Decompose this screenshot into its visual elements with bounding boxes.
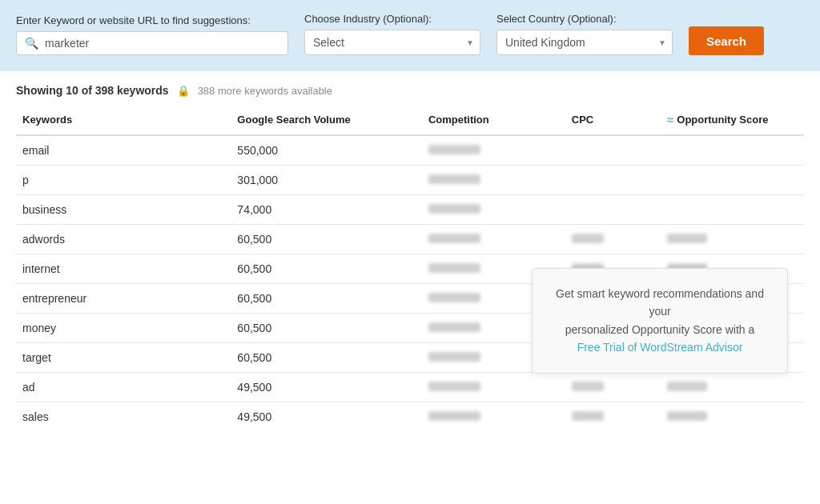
country-field-group: Select Country (Optional): United Kingdo…	[496, 13, 673, 55]
col-header-opportunity-label: Opportunity Score	[677, 114, 768, 126]
keyword-input[interactable]	[45, 37, 279, 50]
blurred-competition	[428, 234, 480, 243]
content-area: Showing 10 of 398 keywords 🔒 388 more ke…	[0, 71, 820, 444]
cell-volume: 49,500	[231, 402, 422, 432]
blurred-cpc	[572, 382, 604, 391]
blurred-competition	[428, 174, 480, 184]
blurred-opportunity	[667, 382, 707, 391]
col-header-opportunity: ≈ Opportunity Score	[661, 108, 804, 135]
cell-keyword: business	[16, 195, 231, 225]
cell-opportunity	[661, 373, 804, 402]
wave-icon: ≈	[667, 113, 673, 126]
table-row: email550,000	[16, 135, 804, 166]
cell-volume: 74,000	[231, 195, 422, 225]
table-row: p301,000	[16, 166, 804, 195]
cell-volume: 60,500	[231, 225, 422, 254]
col-header-cpc: CPC	[565, 108, 661, 135]
country-select[interactable]: United Kingdom	[496, 30, 673, 55]
blurred-competition	[428, 263, 480, 273]
country-label: Select Country (Optional):	[496, 13, 673, 25]
cell-competition	[422, 402, 565, 432]
table-row: business74,000	[16, 195, 804, 225]
tooltip-line2: personalized Opportunity Score with a	[565, 323, 755, 336]
cell-cpc	[565, 166, 661, 195]
col-header-volume: Google Search Volume	[231, 108, 422, 135]
blurred-opportunity	[667, 234, 707, 243]
search-button[interactable]: Search	[689, 26, 764, 55]
blurred-competition	[428, 145, 480, 154]
cell-opportunity	[661, 195, 804, 225]
industry-select[interactable]: Select	[304, 30, 480, 55]
keyword-input-wrapper: 🔍	[16, 31, 288, 55]
cell-competition	[422, 166, 565, 195]
cell-volume: 60,500	[231, 284, 422, 314]
cell-cpc	[565, 135, 661, 166]
header-bar: Enter Keyword or website URL to find sug…	[0, 0, 820, 71]
cell-opportunity	[661, 402, 804, 432]
table-row: adwords60,500	[16, 225, 804, 254]
table-row: sales49,500	[16, 402, 804, 432]
cell-volume: 60,500	[231, 254, 422, 284]
cell-competition	[422, 135, 565, 166]
industry-field-group: Choose Industry (Optional): Select	[304, 13, 480, 55]
cell-keyword: money	[16, 314, 231, 343]
tooltip-link[interactable]: Free Trial of WordStream Advisor	[577, 341, 743, 354]
blurred-opportunity	[667, 411, 707, 421]
cell-opportunity	[661, 166, 804, 195]
cell-opportunity	[661, 135, 804, 166]
cell-keyword: ad	[16, 373, 231, 402]
cell-cpc	[565, 373, 661, 402]
cell-keyword: sales	[16, 402, 231, 432]
country-select-wrapper: United Kingdom	[496, 30, 673, 55]
cell-keyword: internet	[16, 254, 231, 284]
blurred-competition	[428, 322, 480, 332]
cell-volume: 60,500	[231, 314, 422, 343]
cell-cpc	[565, 225, 661, 254]
blurred-competition	[428, 352, 480, 362]
cell-competition	[422, 373, 565, 402]
col-header-competition: Competition	[422, 108, 565, 135]
more-available-text: 388 more keywords available	[198, 85, 332, 97]
cell-keyword: p	[16, 166, 231, 195]
blurred-cpc	[572, 411, 604, 421]
industry-select-wrapper: Select	[304, 30, 480, 55]
cell-competition	[422, 195, 565, 225]
cell-keyword: target	[16, 343, 231, 373]
cell-volume: 60,500	[231, 343, 422, 373]
search-icon: 🔍	[25, 37, 38, 50]
results-summary: Showing 10 of 398 keywords 🔒 388 more ke…	[16, 84, 804, 97]
cell-cpc	[565, 195, 661, 225]
col-header-keywords: Keywords	[16, 108, 231, 135]
cell-volume: 550,000	[231, 135, 422, 166]
results-count: Showing 10 of 398 keywords	[16, 84, 169, 97]
keyword-field-group: Enter Keyword or website URL to find sug…	[16, 14, 288, 55]
blurred-competition	[428, 204, 480, 214]
cell-keyword: entrepreneur	[16, 284, 231, 314]
table-wrapper: Keywords Google Search Volume Competitio…	[16, 108, 804, 431]
blurred-cpc	[572, 234, 604, 243]
table-header-row: Keywords Google Search Volume Competitio…	[16, 108, 804, 135]
cell-volume: 301,000	[231, 166, 422, 195]
cell-keyword: adwords	[16, 225, 231, 254]
tooltip-line1: Get smart keyword recommendations and yo…	[556, 287, 764, 318]
keyword-label: Enter Keyword or website URL to find sug…	[16, 14, 288, 26]
blurred-competition	[428, 293, 480, 302]
tooltip-overlay: Get smart keyword recommendations and yo…	[532, 268, 788, 374]
blurred-competition	[428, 411, 480, 421]
cell-keyword: email	[16, 135, 231, 166]
industry-label: Choose Industry (Optional):	[304, 13, 480, 25]
cell-cpc	[565, 402, 661, 432]
cell-volume: 49,500	[231, 373, 422, 402]
cell-competition	[422, 225, 565, 254]
table-row: ad49,500	[16, 373, 804, 402]
cell-opportunity	[661, 225, 804, 254]
blurred-competition	[428, 382, 480, 391]
lock-icon: 🔒	[177, 85, 190, 97]
